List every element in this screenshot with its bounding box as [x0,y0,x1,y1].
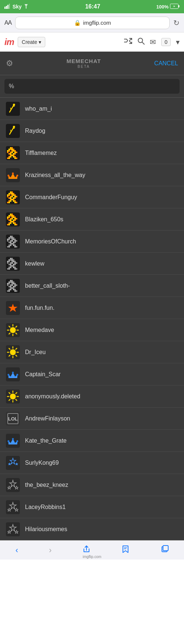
svg-rect-208 [14,289,16,290]
list-item[interactable]: CommanderFunguy [0,186,184,208]
svg-rect-24 [8,150,10,152]
shuffle-icon[interactable] [124,38,132,46]
svg-rect-125 [8,239,10,240]
svg-rect-140 [13,243,14,245]
create-button[interactable]: Create ▾ [18,37,45,47]
svg-rect-40 [8,156,10,157]
settings-icon[interactable]: ⚙ [6,59,13,68]
list-item[interactable]: anonymously.deleted [0,385,184,408]
list-item[interactable]: SurlyKong69 [0,452,184,474]
svg-rect-42 [13,156,14,157]
list-item[interactable]: Tifflamemez [0,142,184,164]
svg-rect-145 [7,246,8,247]
svg-rect-74 [10,199,11,200]
avatar [6,389,20,404]
list-item[interactable]: better_call_sloth- [0,275,184,297]
list-item[interactable]: LaceyRobbins1 [0,496,184,518]
svg-rect-13 [6,124,20,138]
site-logo[interactable]: im [4,37,14,47]
cancel-button[interactable]: CANCEL [154,60,178,67]
svg-rect-73 [14,197,16,199]
svg-rect-111 [13,222,14,224]
svg-rect-148 [16,246,17,247]
svg-rect-135 [10,242,11,243]
list-item[interactable]: Raydog [0,120,184,142]
user-name-label: who_am_i [25,105,52,112]
svg-rect-28 [7,152,8,153]
svg-rect-104 [13,219,14,221]
svg-rect-277 [163,546,168,551]
svg-point-239 [17,374,18,375]
svg-point-216 [10,327,16,333]
svg-rect-168 [13,264,14,265]
svg-rect-180 [16,268,17,270]
tabs-button[interactable] [160,545,169,555]
svg-rect-157 [8,261,10,262]
svg-rect-3 [9,4,10,9]
svg-rect-18 [11,147,13,149]
svg-rect-170 [10,265,11,267]
url-bar[interactable]: 🔒 imgflip.com [15,17,170,29]
svg-rect-195 [11,284,13,286]
font-size-control[interactable]: AA [4,20,11,26]
svg-rect-49 [8,178,17,179]
list-item[interactable]: Memedave [0,319,184,341]
svg-rect-212 [16,290,17,292]
menu-dropdown-icon[interactable]: ▾ [176,38,180,46]
list-item[interactable]: LOL AndrewFinlayson [0,408,184,430]
list-item[interactable]: MemoriesOfChurch [0,231,184,253]
list-item[interactable]: Captain_Scar [0,363,184,385]
back-button[interactable]: ‹ [15,546,18,555]
user-name-label: the_beez_kneez [25,482,68,488]
user-name-label: Tifflamemez [25,150,57,156]
list-item[interactable]: who_am_i [0,98,184,120]
svg-rect-60 [7,194,8,196]
svg-rect-39 [13,155,14,156]
svg-rect-165 [16,262,17,264]
list-item[interactable]: Hilariousmemes [0,518,184,540]
svg-rect-189 [8,283,10,284]
svg-rect-47 [16,157,17,159]
reload-button[interactable]: ↻ [173,18,180,27]
svg-rect-78 [10,200,11,202]
search-input[interactable] [4,79,180,94]
avatar [6,102,20,116]
svg-rect-102 [8,219,10,221]
notification-count[interactable]: 0 [161,38,171,46]
svg-rect-36 [14,153,16,155]
svg-rect-108 [13,221,14,222]
svg-rect-236 [8,377,17,378]
list-item[interactable]: the_beez_kneez [0,474,184,496]
svg-rect-185 [10,281,11,283]
bookmarks-button[interactable] [121,545,130,555]
mail-icon[interactable]: ✉ [150,38,156,46]
svg-rect-46 [14,157,16,159]
svg-rect-94 [11,217,13,218]
search-bar-wrap [0,75,184,98]
svg-rect-37 [10,155,11,156]
list-item[interactable]: Blaziken_650s [0,208,184,231]
list-item[interactable]: kewlew [0,253,184,275]
user-name-label: MemoriesOfChurch [25,238,76,245]
svg-rect-201 [14,286,16,287]
memechat-title-wrap: MEMECHAT BETA [67,58,101,69]
forward-button[interactable]: › [49,546,52,555]
svg-rect-193 [7,284,8,286]
list-item[interactable]: fun.fun.fun. [0,297,184,319]
svg-rect-115 [14,224,16,225]
user-name-label: Captain_Scar [25,371,61,378]
svg-rect-151 [11,258,13,259]
share-button[interactable] [82,545,91,555]
svg-rect-25 [11,150,13,152]
list-item[interactable]: Kraziness_all_the_way [0,164,184,186]
svg-point-15 [13,126,15,128]
svg-rect-137 [14,242,16,243]
search-icon[interactable] [137,37,145,46]
svg-rect-97 [7,218,8,219]
svg-point-241 [10,394,16,399]
memechat-header: ⚙ MEMECHAT BETA CANCEL [0,52,184,75]
user-name-label: better_call_sloth- [25,283,70,289]
list-item[interactable]: Kate_the_Grate [0,430,184,452]
svg-rect-121 [10,237,11,239]
list-item[interactable]: Dr_Iceu [0,341,184,363]
